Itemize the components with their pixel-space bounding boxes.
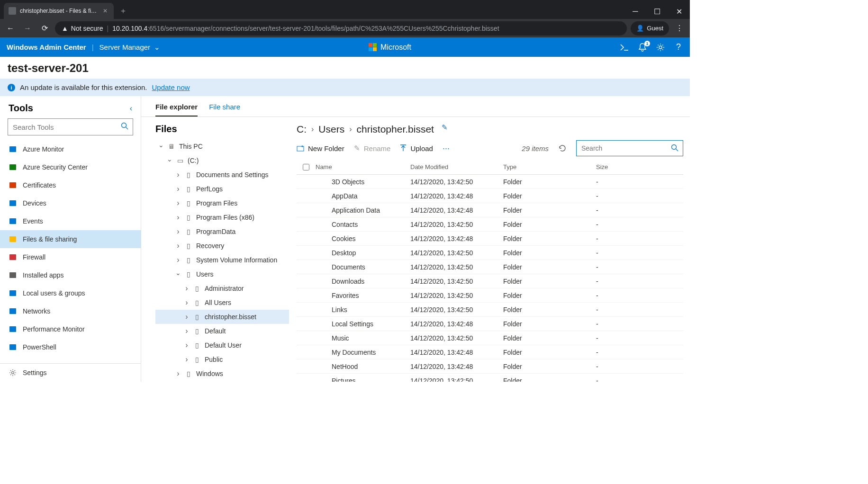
powershell-icon[interactable] (620, 43, 629, 52)
sidebar-item-powershell[interactable]: PowerShell (0, 338, 141, 356)
settings-button[interactable] (656, 43, 665, 52)
wac-brand[interactable]: Windows Admin Center (7, 43, 86, 51)
tree-node-default[interactable]: ▯Default (155, 324, 289, 338)
chevron-down-icon[interactable] (167, 157, 172, 164)
tree-node-drive-c[interactable]: ▭ (C:) (155, 153, 289, 168)
tree-node-program-files[interactable]: ▯Program Files (155, 196, 289, 210)
guest-profile-button[interactable]: 👤 Guest (631, 21, 669, 36)
tree-node-windows[interactable]: ▯ Windows (155, 367, 289, 381)
tab-file-share[interactable]: File share (209, 103, 240, 117)
table-row[interactable]: NetHood14/12/2020, 13:42:48Folder- (297, 359, 683, 374)
sidebar-item-certificates[interactable]: Certificates (0, 176, 141, 194)
tree-node-documents-and-settings[interactable]: ▯Documents and Settings (155, 168, 289, 182)
new-folder-button[interactable]: New Folder (297, 144, 344, 152)
chevron-right-icon[interactable] (175, 199, 181, 207)
chevron-down-icon[interactable] (158, 143, 164, 150)
tree-node-recovery[interactable]: ▯Recovery (155, 239, 289, 253)
address-field[interactable]: ▲ Not secure | 10.20.100.4:6516/serverma… (55, 21, 627, 36)
table-row[interactable]: Music14/12/2020, 13:42:50Folder- (297, 331, 683, 345)
table-row[interactable]: Desktop14/12/2020, 13:42:50Folder- (297, 246, 683, 260)
notifications-button[interactable]: 1 (638, 43, 647, 52)
table-row[interactable]: Application Data14/12/2020, 13:42:48Fold… (297, 203, 683, 217)
table-row[interactable]: Contacts14/12/2020, 13:42:50Folder- (297, 217, 683, 232)
col-type[interactable]: Type (503, 163, 596, 170)
maximize-button[interactable]: ☐ (646, 4, 668, 19)
chevron-right-icon[interactable] (175, 185, 181, 193)
close-window-button[interactable]: ✕ (668, 4, 690, 19)
chevron-right-icon[interactable] (175, 213, 181, 222)
tools-search-input[interactable] (8, 118, 133, 135)
table-row[interactable]: Cookies14/12/2020, 13:42:48Folder- (297, 232, 683, 246)
col-size[interactable]: Size (596, 163, 643, 170)
back-button[interactable]: ← (4, 22, 17, 35)
tree-node-users[interactable]: ▯ Users (155, 267, 289, 281)
browser-menu-button[interactable]: ⋮ (673, 22, 686, 35)
table-row[interactable]: 3D Objects14/12/2020, 13:42:50Folder- (297, 175, 683, 189)
upload-button[interactable]: Upload (400, 144, 433, 152)
minimize-button[interactable]: ─ (624, 4, 646, 19)
forward-button[interactable]: → (21, 22, 34, 35)
server-manager-dropdown[interactable]: Server Manager ⌄ (99, 43, 161, 52)
chevron-right-icon[interactable] (184, 313, 190, 321)
tree-node-programdata[interactable]: ▯ProgramData (155, 224, 289, 239)
breadcrumb-seg-0[interactable]: C: (297, 124, 307, 135)
tree-node-administrator[interactable]: ▯Administrator (155, 281, 289, 296)
table-row[interactable]: My Documents14/12/2020, 13:42:48Folder- (297, 345, 683, 359)
tree-node-default-user[interactable]: ▯Default User (155, 338, 289, 352)
refresh-button[interactable] (558, 144, 567, 152)
browser-tab[interactable]: christopher.bisset - Files & file sh ✕ (4, 3, 114, 19)
svg-rect-10 (9, 272, 16, 278)
sidebar-item-firewall[interactable]: Firewall (0, 248, 141, 266)
sidebar-item-local-users-groups[interactable]: Local users & groups (0, 284, 141, 302)
chevron-right-icon[interactable] (175, 369, 181, 378)
table-row[interactable]: Downloads14/12/2020, 13:42:50Folder- (297, 274, 683, 288)
help-button[interactable]: ? (674, 43, 683, 52)
chevron-right-icon[interactable] (175, 170, 181, 179)
table-row[interactable]: Pictures14/12/2020, 13:42:50Folder- (297, 374, 683, 382)
col-name[interactable]: Name (316, 163, 410, 170)
tree-node-christopher-bisset[interactable]: ▯christopher.bisset (155, 310, 289, 324)
col-date[interactable]: Date Modified (410, 163, 503, 170)
table-row[interactable]: Favorites14/12/2020, 13:42:50Folder- (297, 288, 683, 303)
chevron-right-icon[interactable] (175, 242, 181, 250)
update-now-link[interactable]: Update now (152, 83, 190, 91)
chevron-down-icon[interactable] (175, 270, 181, 278)
tab-file-explorer[interactable]: File explorer (155, 103, 198, 117)
select-all-checkbox[interactable] (297, 164, 316, 170)
sidebar-item-settings[interactable]: Settings (0, 364, 141, 382)
chevron-right-icon[interactable] (184, 327, 190, 335)
table-row[interactable]: Documents14/12/2020, 13:42:50Folder- (297, 260, 683, 274)
file-search-input[interactable] (576, 140, 683, 156)
sidebar-item-events[interactable]: Events (0, 212, 141, 230)
chevron-right-icon[interactable] (184, 298, 190, 307)
more-actions-button[interactable]: ⋯ (443, 144, 450, 152)
tree-node-all-users[interactable]: ▯All Users (155, 296, 289, 310)
chevron-right-icon[interactable] (175, 227, 181, 236)
sidebar-item-devices[interactable]: Devices (0, 194, 141, 212)
tree-node-system-volume-information[interactable]: ▯System Volume Information (155, 253, 289, 267)
sidebar-item-azure-monitor[interactable]: Azure Monitor (0, 140, 141, 158)
new-tab-button[interactable]: ＋ (117, 4, 130, 18)
sidebar-item-performance-monitor[interactable]: Performance Monitor (0, 320, 141, 338)
reload-button[interactable]: ⟳ (38, 22, 51, 35)
chevron-right-icon[interactable] (184, 284, 190, 293)
table-row[interactable]: Local Settings14/12/2020, 13:42:48Folder… (297, 317, 683, 331)
chevron-right-icon[interactable] (184, 355, 190, 364)
edit-path-button[interactable]: ✎ (442, 123, 448, 132)
sidebar-item-installed-apps[interactable]: Installed apps (0, 266, 141, 284)
sidebar-item-files-file-sharing[interactable]: Files & file sharing (0, 230, 141, 248)
tree-node-perflogs[interactable]: ▯PerfLogs (155, 182, 289, 196)
sidebar-item-networks[interactable]: Networks (0, 302, 141, 320)
tab-close-button[interactable]: ✕ (101, 7, 109, 15)
breadcrumb-seg-1[interactable]: Users (318, 124, 344, 135)
chevron-right-icon[interactable] (184, 341, 190, 350)
table-row[interactable]: Links14/12/2020, 13:42:50Folder- (297, 303, 683, 317)
collapse-tools-button[interactable]: ‹ (130, 104, 132, 113)
tree-node-program-files-x86-[interactable]: ▯Program Files (x86) (155, 210, 289, 224)
tree-node-this-pc[interactable]: 🖥 This PC (155, 139, 289, 153)
chevron-right-icon[interactable] (175, 256, 181, 264)
tree-node-public[interactable]: ▯Public (155, 352, 289, 367)
breadcrumb-seg-2[interactable]: christopher.bisset (357, 124, 434, 135)
sidebar-item-azure-security-center[interactable]: Azure Security Center (0, 158, 141, 176)
table-row[interactable]: AppData14/12/2020, 13:42:48Folder- (297, 189, 683, 203)
